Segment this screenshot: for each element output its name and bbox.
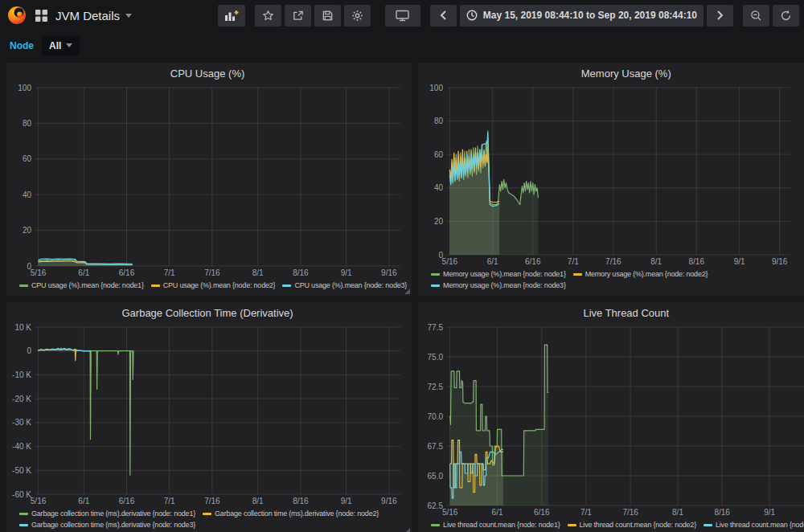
svg-text:-10 K: -10 K [12, 370, 31, 379]
panel-memory-usage: Memory Usage (%) 5/166/16/167/17/168/18/… [418, 63, 804, 296]
dashboard-title-dropdown[interactable]: JVM Details [55, 9, 132, 23]
dashboard-picker-button[interactable] [35, 10, 47, 22]
chart-canvas-gc-time[interactable]: 5/166/16/167/17/168/18/169/19/1610 K0-10… [8, 321, 407, 507]
submenu-bar: Node All [0, 31, 804, 60]
svg-text:9/1: 9/1 [734, 257, 745, 266]
chart-canvas-memory-usage[interactable]: 5/166/16/167/17/168/18/169/19/1602040608… [420, 82, 804, 268]
panel-title[interactable]: Live Thread Count [420, 305, 804, 321]
share-button[interactable] [285, 5, 311, 27]
svg-text:6/1: 6/1 [78, 268, 89, 277]
time-range-text: May 15, 2019 08:44:10 to Sep 20, 2019 08… [483, 10, 697, 21]
legend-cpu-usage: CPU usage (%).mean {node: node1}CPU usag… [19, 280, 407, 291]
legend-series-marker [282, 284, 291, 287]
svg-text:-60 K: -60 K [12, 490, 31, 499]
cycle-view-button[interactable] [385, 5, 420, 27]
svg-text:40: 40 [23, 190, 32, 199]
svg-text:20: 20 [434, 217, 444, 226]
legend-item[interactable]: Garbage collection time (ms).derivative … [203, 509, 379, 519]
share-icon [292, 10, 304, 22]
chevron-down-icon [66, 43, 72, 47]
legend-series-marker [431, 273, 440, 276]
svg-text:6/16: 6/16 [119, 497, 135, 505]
svg-text:8/1: 8/1 [252, 497, 264, 505]
legend-item[interactable]: Memory usage (%).mean {node: node1} [431, 269, 566, 280]
svg-text:77.5: 77.5 [428, 323, 444, 332]
legend-series-label: Live thread count.mean {node: node3} [716, 520, 804, 530]
svg-text:6/16: 6/16 [119, 268, 135, 277]
svg-text:9/16: 9/16 [381, 268, 397, 277]
svg-text:65.0: 65.0 [428, 472, 444, 481]
svg-text:9/16: 9/16 [772, 257, 788, 266]
svg-text:-40 K: -40 K [12, 442, 31, 451]
svg-text:-50 K: -50 K [12, 466, 31, 475]
svg-text:0: 0 [27, 346, 31, 355]
legend-series-marker [19, 524, 28, 526]
legend-series-label: Memory usage (%).mean {node: node2} [585, 269, 708, 280]
svg-text:7/16: 7/16 [204, 497, 220, 505]
zoom-out-button[interactable] [743, 5, 769, 27]
svg-text:8/16: 8/16 [293, 497, 309, 505]
dashboard-grid: CPU Usage (%) 5/166/16/167/17/168/18/169… [0, 60, 804, 532]
panel-live-thread-count: Live Thread Count 5/166/16/167/17/168/18… [418, 302, 804, 532]
panel-resize-handle[interactable] [404, 289, 410, 294]
legend-series-marker [19, 513, 28, 515]
variable-value: All [49, 40, 61, 51]
svg-text:72.5: 72.5 [428, 383, 444, 391]
legend-item[interactable]: Memory usage (%).mean {node: node3} [431, 280, 566, 291]
svg-text:6/1: 6/1 [487, 257, 498, 266]
chevron-right-icon [716, 10, 724, 20]
legend-item[interactable]: Live thread count.mean {node: node3} [704, 520, 804, 530]
svg-text:5/16: 5/16 [31, 497, 47, 505]
refresh-button[interactable] [773, 5, 799, 27]
settings-button[interactable] [344, 5, 371, 27]
legend-item[interactable]: Live thread count.mean {node: node2} [568, 520, 696, 530]
svg-text:40: 40 [434, 183, 444, 192]
svg-text:7/16: 7/16 [204, 268, 220, 277]
svg-text:7/16: 7/16 [623, 508, 639, 517]
panel-resize-handle[interactable] [404, 528, 410, 532]
zoom-out-icon [750, 10, 762, 22]
legend-item[interactable]: Live thread count.mean {node: node1} [431, 520, 560, 530]
legend-item[interactable]: CPU usage (%).mean {node: node3} [282, 280, 407, 291]
add-panel-button[interactable] [218, 5, 245, 27]
variable-label: Node [10, 40, 34, 51]
time-forward-button[interactable] [707, 5, 733, 27]
legend-series-marker [431, 284, 440, 287]
svg-text:6/16: 6/16 [534, 508, 550, 517]
refresh-icon [780, 10, 792, 22]
svg-text:7/1: 7/1 [568, 257, 579, 266]
legend-item[interactable]: Garbage collection time (ms).derivative … [19, 509, 195, 519]
variable-value-dropdown[interactable]: All [42, 36, 80, 55]
navbar: JVM Details [0, 0, 804, 31]
legend-series-label: Garbage collection time (ms).derivative … [31, 509, 195, 519]
legend-live-thread-count: Live thread count.mean {node: node1}Live… [431, 520, 804, 530]
legend-series-marker [704, 524, 712, 526]
svg-text:9/16: 9/16 [381, 497, 397, 505]
star-button[interactable] [255, 5, 281, 27]
monitor-icon [396, 10, 409, 22]
svg-text:0: 0 [27, 262, 31, 271]
legend-series-label: CPU usage (%).mean {node: node2} [163, 280, 276, 291]
legend-item[interactable]: Garbage collection time (ms).derivative … [19, 520, 195, 530]
svg-text:5/16: 5/16 [442, 257, 458, 266]
time-back-button[interactable] [430, 5, 457, 27]
grafana-logo-icon [6, 5, 27, 26]
svg-text:10 K: 10 K [14, 323, 31, 332]
svg-text:70.0: 70.0 [428, 412, 444, 421]
legend-item[interactable]: CPU usage (%).mean {node: node2} [151, 280, 276, 291]
legend-item[interactable]: Memory usage (%).mean {node: node2} [573, 269, 708, 280]
svg-text:80: 80 [434, 117, 444, 125]
panel-gc-time: Garbage Collection Time (Derivative) 5/1… [6, 302, 412, 532]
panel-title[interactable]: Garbage Collection Time (Derivative) [8, 305, 407, 321]
gear-icon [351, 10, 363, 22]
legend-series-label: Memory usage (%).mean {node: node3} [443, 280, 566, 291]
panel-title[interactable]: Memory Usage (%) [420, 66, 804, 82]
panel-title[interactable]: CPU Usage (%) [8, 66, 407, 82]
grafana-logo[interactable] [6, 5, 27, 26]
legend-item[interactable]: CPU usage (%).mean {node: node1} [19, 280, 144, 291]
time-range-button[interactable]: May 15, 2019 08:44:10 to Sep 20, 2019 08… [460, 5, 704, 27]
legend-series-label: Garbage collection time (ms).derivative … [215, 509, 379, 519]
chart-canvas-cpu-usage[interactable]: 5/166/16/167/17/168/18/169/19/1602040608… [8, 82, 407, 279]
save-button[interactable] [314, 5, 341, 27]
chart-canvas-live-thread-count[interactable]: 5/166/16/167/17/168/18/169/19/1662.565.0… [420, 321, 804, 518]
